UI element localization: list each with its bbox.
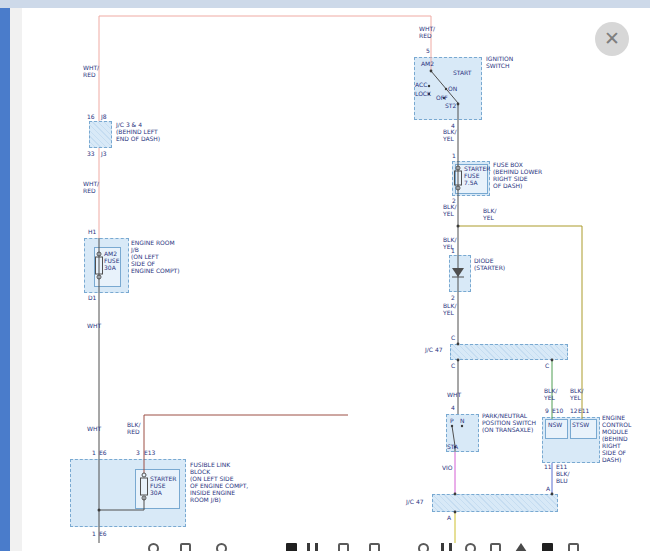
pin-label: 1 [92, 449, 96, 456]
toolbar-icon[interactable] [307, 543, 318, 551]
viewer-canvas: ✕ [0, 0, 650, 551]
engine-jb-label: ENGINE ROOM J/B (ON LEFT SIDE OF ENGINE … [131, 239, 180, 274]
pin-label: E6 [99, 449, 107, 456]
pin-label: 1 [92, 530, 96, 537]
terminal-on: ON [448, 85, 457, 92]
am2-fuse-label: AM2 FUSE 30A [104, 250, 119, 271]
toolbar-icon[interactable] [216, 543, 227, 551]
toolbar-icon[interactable] [568, 543, 579, 551]
wire-label-blk-red: BLK/ RED [127, 421, 140, 435]
toolbar-icon[interactable] [286, 543, 297, 551]
pin-label: C [451, 362, 455, 369]
wire-label-blk-yel-ecm-right: BLK/ YEL [570, 387, 583, 401]
diode-label: DIODE (STARTER) [474, 257, 505, 271]
wire-label-blk-yel-1: BLK/ YEL [443, 128, 456, 142]
jc47-lower-label: J/C 47 [406, 498, 424, 505]
pin-label: J3 [101, 150, 107, 157]
toolbar-icon[interactable] [338, 543, 349, 551]
pin-label: C [451, 334, 455, 341]
toolbar-icon[interactable] [180, 543, 191, 551]
pin-label: 1 [452, 152, 456, 159]
toolbar-icon[interactable] [465, 543, 476, 551]
pin-label: 1 [451, 247, 455, 254]
terminal-st2: ST2 [445, 102, 456, 109]
pin-label: 9 [545, 407, 549, 414]
ecm-label: ENGINE CONTROL MODULE (BEHIND RIGHT SIDE… [602, 414, 631, 464]
terminal-n: N [460, 417, 465, 424]
wire-wht-red-top [99, 16, 431, 121]
jc34-label: J/C 3 & 4 (BEHIND LEFT END OF DASH) [116, 121, 160, 142]
terminal-stsw: STSW [572, 421, 589, 428]
wire-label-wht-red-2: WHT/ RED [83, 180, 99, 194]
terminal-lock: LOCK [415, 90, 431, 97]
toolbar-icon[interactable] [418, 543, 429, 551]
diode-symbol [452, 268, 464, 277]
pin-label: 5 [426, 47, 430, 54]
wire-label-vio: VIO [442, 464, 453, 471]
pin-label: D1 [88, 294, 96, 301]
terminal-am2: AM2 [421, 60, 434, 67]
pin-label: C [545, 362, 549, 369]
pin-label: J8 [101, 113, 107, 120]
wire-label-wht-red-top: WHT/ RED [419, 25, 435, 39]
top-window-strip [0, 0, 650, 8]
pin-label: 12 [570, 407, 578, 414]
fuse-box-label: FUSE BOX (BEHIND LOWER RIGHT SIDE OF DAS… [493, 161, 542, 189]
starter-fuse-75a-label: STARTER FUSE 7.5A [464, 165, 490, 186]
fusible-link-label: FUSIBLE LINK BLOCK (ON LEFT SIDE OF ENGI… [190, 461, 248, 503]
wire-label-blk-yel-branch: BLK/ YEL [483, 207, 496, 221]
close-icon: ✕ [604, 27, 620, 49]
wire-label-wht-1: WHT [87, 322, 101, 329]
wire-label-blk-yel-4: BLK/ YEL [443, 302, 456, 316]
pin-label: 4 [451, 404, 455, 411]
terminal-nsw: NSW [548, 421, 562, 428]
terminal-p: P [450, 417, 454, 424]
wire-label-blk-yel-2: BLK/ YEL [443, 203, 456, 217]
terminal-start: START [453, 69, 472, 76]
wire-label-blk-yel-ecm-left: BLK/ YEL [544, 387, 557, 401]
pn-switch-label: PARK/NEUTRAL POSITION SWITCH (ON TRANSAX… [482, 412, 536, 433]
close-button[interactable]: ✕ [595, 22, 629, 56]
toolbar-icon[interactable] [441, 543, 452, 551]
terminal-off: OFF [436, 94, 448, 101]
pin-label: E11 [578, 407, 589, 414]
wire-label-wht-2: WHT [87, 425, 101, 432]
jc47-upper-label: J/C 47 [425, 346, 443, 353]
wire-blk-yel-branch [458, 226, 582, 419]
pin-label: E10 [552, 407, 563, 414]
pin-label: 33 [87, 150, 95, 157]
terminal-sta: STA [447, 443, 458, 450]
wire-label-wht-right: WHT [447, 391, 461, 398]
pin-label: 11 [544, 463, 552, 470]
wiring-svg [0, 0, 650, 551]
wire-label-wht-red-1: WHT/ RED [83, 64, 99, 78]
toolbar-icon[interactable] [490, 543, 501, 551]
terminal-acc: ACC [415, 81, 427, 88]
pin-label: 16 [87, 113, 95, 120]
toolbar-icon[interactable] [148, 543, 159, 551]
pin-label: 2 [451, 294, 455, 301]
pin-label: A [447, 514, 451, 521]
pin-label: H1 [88, 228, 96, 235]
toolbar-icon[interactable] [369, 543, 380, 551]
pin-label: A [546, 485, 550, 492]
pin-label: E6 [99, 530, 107, 537]
toolbar-icon[interactable] [542, 543, 553, 551]
junction-dots [98, 70, 554, 514]
wire-label-blk-blu: BLK/ BLU [556, 470, 569, 484]
starter-fuse-30a-label: STARTER FUSE 30A [150, 475, 176, 496]
pin-label: E13 [144, 449, 155, 456]
toolbar-icon[interactable] [515, 543, 527, 551]
window-edge-strip [0, 8, 10, 551]
pin-label: 3 [136, 449, 140, 456]
ignition-switch-label: IGNITION SWITCH [486, 55, 513, 69]
